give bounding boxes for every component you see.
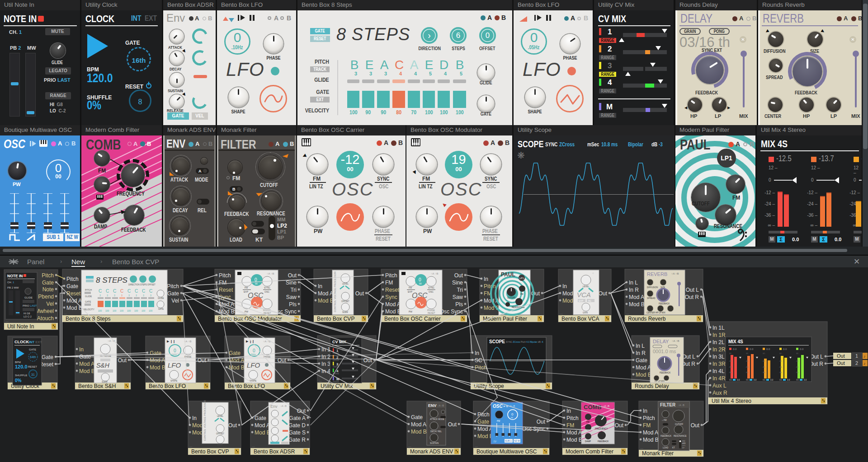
svg-text:Out: Out [355, 290, 364, 297]
svg-text:3: 3 [150, 294, 151, 297]
svg-text:Out: Out [288, 272, 297, 279]
svg-text:In L: In L [636, 343, 645, 349]
svg-text:Out: Out [837, 353, 845, 359]
svg-text:S&H: S&H [96, 362, 110, 369]
svg-text:...: ... [564, 444, 567, 448]
svg-text:○A ○B: ○A ○B [280, 405, 287, 407]
svg-text:Reset: Reset [66, 290, 81, 297]
svg-text:Out: Out [297, 408, 306, 414]
svg-text:100: 100 [98, 309, 102, 312]
svg-text:Out: Out [228, 422, 237, 429]
svg-text:CUTOFF: CUTOFF [507, 297, 515, 299]
svg-text:Gate: Gate [477, 419, 489, 425]
svg-text:100: 100 [127, 309, 131, 312]
svg-text:In 3R: In 3R [712, 361, 726, 367]
svg-text:8 STEPS: 8 STEPS [96, 276, 128, 285]
svg-text:0.0: 0.0 [787, 379, 790, 381]
svg-text:Saw: Saw [453, 294, 463, 300]
svg-text:In 4R: In 4R [712, 375, 726, 382]
svg-text:SLEW: SLEW [342, 311, 349, 313]
svg-text:-36-: -36- [779, 371, 783, 373]
svg-text:Bento Box OSC Modulator: Bento Box OSC Modulator [218, 316, 282, 322]
svg-text:Monark ADS ENV: Monark ADS ENV [410, 448, 453, 455]
svg-text:...: ... [472, 378, 475, 383]
svg-text:EXP: EXP [579, 299, 584, 302]
svg-text:Modern Comb Filter: Modern Comb Filter [566, 448, 613, 455]
svg-text:C: C [113, 289, 116, 294]
svg-text:Out R: Out R [685, 294, 699, 300]
svg-text:0: 0 [419, 277, 421, 282]
svg-text:Reset: Reset [385, 287, 400, 293]
svg-text:DAMP: DAMP [585, 440, 591, 443]
svg-text:0: 0 [174, 348, 176, 353]
svg-text:Mod B: Mod B [643, 437, 659, 443]
svg-text:Mod A: Mod A [79, 361, 94, 367]
svg-text:0.0: 0.0 [800, 348, 804, 350]
svg-text:Mod B: Mod B [477, 433, 493, 439]
svg-text:SYNC: SYNC [428, 286, 434, 289]
svg-text:OFFSET: OFFSET [216, 433, 224, 435]
svg-text:Mod A: Mod A [643, 429, 658, 436]
svg-text:Gate: Gate [411, 414, 423, 420]
svg-text:0.0: 0.0 [733, 348, 737, 350]
svg-text:○A ○B: ○A ○B [678, 404, 684, 406]
svg-text:Bento Box OSC Carrier: Bento Box OSC Carrier [384, 316, 441, 322]
svg-text:SCOPE: SCOPE [489, 339, 505, 344]
svg-text:Out: Out [599, 290, 608, 297]
svg-text:Gate: Gate [79, 354, 91, 360]
svg-text:...: ... [147, 378, 150, 383]
svg-text:INT EXT: INT EXT [29, 340, 42, 344]
svg-text:RESET: RESET [28, 365, 37, 368]
svg-text:PB 2 MW: PB 2 MW [7, 286, 19, 289]
svg-text:0.0: 0.0 [750, 348, 754, 350]
svg-text:0: 0 [511, 412, 514, 416]
svg-text:Pls: Pls [455, 301, 463, 308]
svg-text:♪: ♪ [863, 354, 866, 359]
svg-text:Bento Box 8 Steps: Bento Box 8 Steps [66, 316, 110, 322]
svg-text:KT: KT [672, 447, 675, 449]
svg-text:3: 3 [99, 294, 101, 297]
svg-text:GLIDE: GLIDE [158, 297, 164, 299]
svg-text:FM: FM [586, 421, 590, 423]
svg-text:Out L: Out L [810, 354, 824, 360]
svg-text:FEEDBACK: FEEDBACK [660, 372, 670, 374]
svg-text:3: 3 [136, 294, 137, 297]
svg-text:CONTROL VOLTAGE PROCESSOR: CONTROL VOLTAGE PROCESSOR [203, 400, 206, 441]
svg-text:In R: In R [636, 350, 646, 356]
svg-text:0.0: 0.0 [766, 348, 770, 350]
svg-text:RESONANCE: RESONANCE [674, 435, 687, 437]
svg-text:Pitch: Pitch [167, 283, 179, 289]
svg-text:GATE: GATE [85, 300, 91, 303]
svg-text:3: 3 [336, 362, 339, 366]
svg-text:...: ... [319, 378, 322, 383]
svg-text:...: ... [315, 311, 318, 315]
svg-text:Gate: Gate [229, 350, 241, 356]
svg-text:Saw: Saw [286, 294, 297, 300]
svg-text:GATE: GATE [29, 348, 36, 351]
svg-text:In: In [643, 408, 647, 414]
svg-text:...: ... [560, 311, 563, 315]
svg-text:Atouch: Atouch [37, 315, 54, 322]
svg-text:Mod B: Mod B [79, 368, 95, 374]
svg-text:...: ... [475, 444, 478, 448]
svg-text:AC: AC [588, 299, 591, 302]
svg-text:LOAD: LOAD [663, 447, 669, 449]
svg-text:COMB: COMB [584, 404, 602, 411]
svg-text:Env: Env [270, 404, 278, 409]
svg-text:...: ... [626, 311, 629, 315]
svg-text:C: C [120, 289, 123, 294]
svg-text:Mod B: Mod B [385, 308, 401, 315]
svg-text:Gate A: Gate A [289, 415, 306, 421]
svg-text:ATTACK MODE: ATTACK MODE [430, 418, 444, 420]
svg-text:SLEW: SLEW [102, 381, 108, 383]
svg-text:ENV: ENV [428, 403, 437, 408]
svg-text:Mod A: Mod A [385, 301, 401, 308]
svg-text:○A ○B: ○A ○B [267, 272, 274, 275]
svg-text:CLOCK: CLOCK [14, 340, 29, 344]
svg-text:Gate: Gate [167, 290, 179, 297]
svg-text:PAUL: PAUL [501, 271, 515, 278]
svg-text:Bento Box CVP: Bento Box CVP [317, 316, 354, 322]
svg-text:DECAY REL: DECAY REL [430, 430, 442, 433]
svg-text:Util Note In: Util Note In [7, 323, 34, 330]
svg-text:-24-: -24- [729, 366, 732, 368]
